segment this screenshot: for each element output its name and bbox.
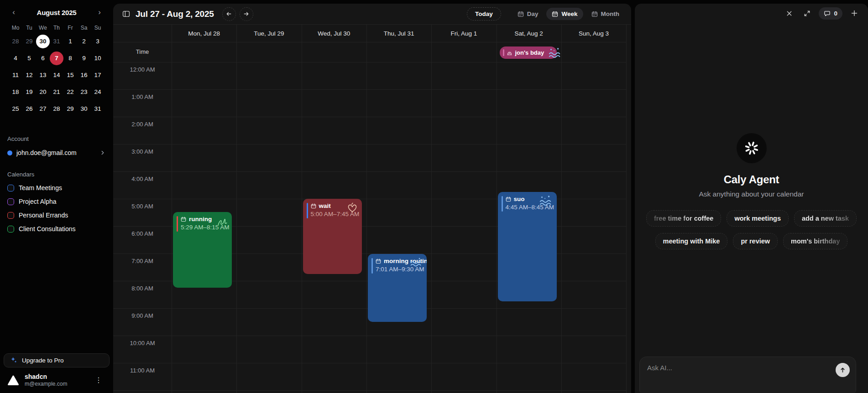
calendar-list-item[interactable]: Project Alpha (0, 198, 113, 205)
calendar-checkbox[interactable] (7, 185, 14, 191)
suggestion-chip[interactable]: meeting with Mike (655, 233, 728, 249)
mini-calendar-day[interactable]: 30 (77, 102, 91, 116)
suggestion-chip[interactable]: pr review (733, 233, 778, 249)
mini-calendar-day[interactable]: 3 (91, 35, 105, 48)
event-morning-routine[interactable]: morning routine7:01 AM–9:30 AM (368, 254, 427, 322)
account-row[interactable]: john.doe@gmail.com (0, 149, 113, 156)
mini-calendar-day[interactable]: 28 (50, 102, 63, 116)
send-button[interactable] (836, 363, 850, 377)
mini-calendar-day[interactable]: 20 (36, 85, 50, 99)
mini-calendar-next-button[interactable]: › (94, 7, 105, 18)
day-header: Mon, Jul 28 (172, 25, 236, 42)
sidebar-toggle-button[interactable] (120, 7, 133, 21)
ask-ai-input[interactable] (640, 357, 856, 393)
chevron-right-icon[interactable] (99, 150, 106, 156)
view-week-button[interactable]: Week (546, 8, 583, 20)
view-day-button[interactable]: Day (512, 8, 544, 20)
plus-icon[interactable] (848, 7, 861, 20)
prev-week-button[interactable] (222, 7, 236, 21)
time-column-label: Time (113, 48, 172, 55)
mini-calendar-weekday: Th (50, 23, 63, 33)
mini-calendar-day[interactable]: 14 (50, 68, 63, 82)
chip-label: mom's birthday (791, 238, 840, 245)
close-icon[interactable] (783, 7, 795, 20)
mini-calendar-day[interactable]: 5 (22, 52, 36, 65)
mini-calendar-day[interactable]: 28 (9, 35, 22, 48)
event-color-stripe (177, 216, 178, 232)
calendar-checkbox[interactable] (7, 198, 14, 205)
user-menu-button[interactable]: ⋮ (91, 374, 106, 386)
mini-calendar-day[interactable]: 17 (91, 68, 105, 82)
grid-line (113, 42, 626, 42)
mini-calendar-day[interactable]: 11 (9, 68, 22, 82)
upgrade-to-pro-button[interactable]: Upgrade to Pro (4, 353, 110, 367)
next-week-button[interactable] (240, 7, 253, 21)
mini-calendar-day[interactable]: 30 (36, 35, 50, 48)
mini-calendar-day[interactable]: 24 (91, 85, 105, 99)
mini-calendar-day[interactable]: 7 (50, 52, 63, 65)
grid-line (113, 390, 626, 391)
mini-calendar-day[interactable]: 31 (91, 102, 105, 116)
agent-intro: Caly Agent Ask anything about your calen… (635, 133, 868, 249)
day-header: Sat, Aug 2 (497, 25, 561, 42)
birthday-cake-icon (507, 50, 512, 56)
calendar-toolbar: Jul 27 - Aug 2, 2025 Today DayWeekMonth (113, 4, 631, 25)
mini-calendar-day[interactable]: 21 (50, 85, 63, 99)
mini-calendar-day[interactable]: 27 (36, 102, 50, 116)
mini-calendar-day[interactable]: 8 (63, 52, 77, 65)
calendar-list-item[interactable]: Personal Errands (0, 212, 113, 219)
mini-calendar-day[interactable]: 23 (77, 85, 91, 99)
ask-ai-box (639, 357, 856, 393)
view-label: Day (527, 10, 539, 17)
calendar-checkbox[interactable] (7, 212, 14, 219)
mini-calendar-weekday: Fr (63, 23, 77, 33)
calendar-list-item[interactable]: Client Consultations (0, 225, 113, 233)
calendar-list-item[interactable]: Team Meetings (0, 184, 113, 191)
mini-calendar-day[interactable]: 4 (9, 52, 22, 65)
mini-calendar-day[interactable]: 9 (77, 52, 91, 65)
heart-icon (346, 202, 358, 216)
mini-calendar-day[interactable]: 25 (9, 102, 22, 116)
mini-calendar-day[interactable]: 29 (22, 35, 36, 48)
mini-calendar-weekday: Su (91, 23, 105, 33)
calendar-checkbox[interactable] (7, 226, 14, 233)
suggestion-chip[interactable]: free time for coffee (646, 210, 722, 227)
mini-calendar-day[interactable]: 31 (50, 35, 63, 48)
hour-label: 6:00 AM (113, 230, 172, 237)
chat-count-button[interactable]: 0 (819, 7, 842, 20)
week-grid: Time Mon, Jul 28Tue, Jul 29Wed, Jul 30Th… (113, 25, 631, 393)
suggestion-chip[interactable]: add a new task (794, 210, 857, 227)
calendar-icon (552, 11, 558, 17)
mini-calendar-day[interactable]: 18 (9, 85, 22, 99)
event-color-stripe (307, 203, 308, 218)
grid-line (113, 62, 626, 62)
mini-calendar-day[interactable]: 29 (63, 102, 77, 116)
event-suo[interactable]: suo4:45 AM–8:45 AM (498, 192, 557, 301)
mini-calendar-day[interactable]: 10 (91, 52, 105, 65)
mini-calendar-day[interactable]: 22 (63, 85, 77, 99)
mini-calendar-weekday: Mo (9, 23, 22, 33)
mini-calendar-day[interactable]: 15 (63, 68, 77, 82)
suggestion-chip[interactable]: mom's birthday (783, 233, 847, 249)
mini-calendar-day[interactable]: 2 (77, 35, 91, 48)
waves-dots-icon (539, 195, 553, 208)
mini-calendar-day[interactable]: 6 (36, 52, 50, 65)
event-title: suo (514, 196, 525, 202)
view-month-button[interactable]: Month (586, 8, 625, 20)
mini-calendar-day[interactable]: 1 (63, 35, 77, 48)
allday-event-jon-s-bday[interactable]: jon's bday (500, 47, 557, 59)
user-row[interactable]: shadcn m@example.com ⋮ (4, 367, 110, 389)
event-wait[interactable]: wait5:00 AM–7:45 AM (303, 199, 362, 274)
expand-icon[interactable] (801, 7, 813, 20)
mini-calendar-day[interactable]: 26 (22, 102, 36, 116)
mini-calendar-day[interactable]: 13 (36, 68, 50, 82)
view-label: Month (601, 10, 619, 17)
mini-calendar-prev-button[interactable]: ‹ (8, 7, 19, 18)
calendar-icon (506, 196, 511, 202)
event-running[interactable]: running5:29 AM–8:15 AM (173, 212, 232, 288)
mini-calendar-day[interactable]: 19 (22, 85, 36, 99)
mini-calendar-day[interactable]: 12 (22, 68, 36, 82)
mini-calendar-day[interactable]: 16 (77, 68, 91, 82)
suggestion-chip[interactable]: work meetings (727, 210, 789, 227)
today-button[interactable]: Today (467, 7, 501, 21)
